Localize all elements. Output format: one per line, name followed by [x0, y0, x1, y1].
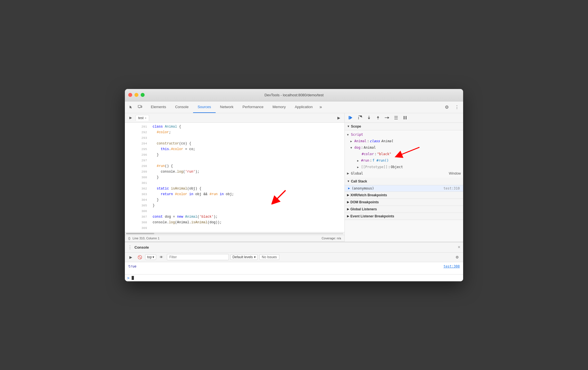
- console-header: ⋮ Console ×: [125, 242, 463, 253]
- deactivate-breakpoints[interactable]: [392, 114, 400, 122]
- xhr-fetch-section[interactable]: ▶ XHR/fetch Breakpoints: [345, 192, 463, 199]
- console-settings-icon[interactable]: ⚙: [454, 253, 461, 261]
- call-stack-item-anonymous[interactable]: ▶ (anonymous) test:310: [345, 185, 463, 191]
- color-value: "black": [377, 151, 392, 157]
- global-row[interactable]: ▶ Global Window: [345, 170, 463, 177]
- animal-item[interactable]: ▶ Animal : class Animal: [345, 138, 463, 144]
- tab-sources[interactable]: Sources: [193, 101, 216, 113]
- console-run-icon[interactable]: ▶: [127, 253, 134, 261]
- tab-network[interactable]: Network: [216, 101, 238, 113]
- status-bar: {} Line 310, Column 1 Coverage: n/a: [125, 235, 344, 242]
- levels-dropdown-icon: ▾: [254, 255, 256, 259]
- file-tab-close[interactable]: ×: [145, 116, 146, 120]
- more-tabs-button[interactable]: »: [317, 101, 324, 113]
- cursor-icon-status: {}: [128, 237, 130, 240]
- levels-label: Default levels: [233, 255, 253, 259]
- tab-application[interactable]: Application: [290, 101, 317, 113]
- tab-console[interactable]: Console: [171, 101, 193, 113]
- global-listeners-section[interactable]: ▶ Global Listeners: [345, 206, 463, 213]
- pause-on-exceptions[interactable]: [401, 114, 409, 122]
- console-cursor: [132, 276, 134, 280]
- filter-input[interactable]: [167, 254, 229, 260]
- tab-elements[interactable]: Elements: [146, 101, 171, 113]
- console-title: Console: [134, 245, 149, 249]
- call-stack-label: Call Stack: [351, 179, 367, 183]
- code-scrollbar[interactable]: [125, 232, 344, 235]
- settings-icon[interactable]: ⚙: [443, 103, 451, 111]
- dog-item[interactable]: ▼ dog : Animal: [345, 144, 463, 151]
- tab-memory[interactable]: Memory: [268, 101, 290, 113]
- run-button[interactable]: ▶: [335, 114, 342, 121]
- animal-key: Animal: [354, 139, 366, 144]
- code-line-307: 307 const dog = new Animal('black');: [125, 214, 344, 220]
- run-script-icon[interactable]: ▶: [127, 114, 134, 121]
- code-line-295: 295 this.#color = co;: [125, 146, 344, 152]
- call-stack-section-header[interactable]: ▼ Call Stack: [345, 178, 463, 185]
- right-panel-content[interactable]: ▼ Scope ▼ Script ▶ Animal :: [345, 123, 463, 242]
- svg-rect-15: [404, 116, 404, 119]
- global-listeners-label: Global Listeners: [350, 207, 377, 211]
- console-output-row: true test:308: [128, 264, 460, 268]
- more-options-icon[interactable]: ⋮: [453, 103, 461, 111]
- devtools-window: DevTools - localhost:8080/demo/test Elem…: [125, 89, 463, 281]
- traffic-lights: [128, 93, 145, 97]
- svg-marker-9: [377, 116, 379, 118]
- device-icon[interactable]: [136, 103, 144, 111]
- console-block-icon[interactable]: 🚫: [136, 253, 143, 261]
- dom-label: DOM Breakpoints: [350, 200, 379, 204]
- code-line-291: 291 class Animal {: [125, 124, 344, 130]
- resume-button[interactable]: [347, 114, 355, 122]
- step-out-button[interactable]: [374, 114, 382, 122]
- cursor-icon[interactable]: [127, 103, 135, 111]
- color-key: #color: [362, 151, 374, 157]
- call-stack-arrow: ▼: [347, 180, 350, 183]
- code-line-304: 304 }: [125, 197, 344, 203]
- color-item[interactable]: #color : "black": [345, 151, 463, 157]
- file-tab-name: test: [138, 116, 143, 120]
- console-close-button[interactable]: ×: [458, 245, 460, 250]
- global-arrow: ▶: [347, 172, 350, 175]
- step-button[interactable]: [383, 114, 391, 122]
- code-line-306: 306: [125, 208, 344, 214]
- code-line-301: 301: [125, 180, 344, 186]
- global-value: Window: [449, 171, 461, 175]
- console-menu-icon[interactable]: ⋮: [128, 245, 132, 250]
- run-key: #run: [361, 158, 369, 163]
- proto-item[interactable]: ▶ [[Prototype]] : Object: [345, 164, 463, 170]
- levels-selector[interactable]: Default levels ▾: [231, 254, 258, 260]
- scrollbar-thumb[interactable]: [126, 233, 154, 234]
- console-output-link[interactable]: test:308: [443, 264, 460, 268]
- right-panel: ▼ Scope ▼ Script ▶ Animal :: [345, 113, 463, 242]
- console-input-row: >: [125, 274, 463, 281]
- scope-tree: ▼ Script ▶ Animal : class Animal: [345, 130, 463, 178]
- code-panel: ▶ test × ▶ 291 class Animal {: [125, 113, 345, 242]
- script-label: Script: [351, 132, 363, 137]
- eye-icon[interactable]: 👁: [158, 253, 165, 261]
- close-button[interactable]: [128, 93, 132, 97]
- no-issues-button[interactable]: No Issues: [259, 254, 279, 260]
- step-into-button[interactable]: [365, 114, 373, 122]
- tab-performance[interactable]: Performance: [238, 101, 268, 113]
- step-over-button[interactable]: [356, 114, 364, 122]
- code-editor[interactable]: 291 class Animal { 292 #color; 293: [125, 123, 344, 232]
- code-line-293: 293: [125, 135, 344, 141]
- file-tab[interactable]: test ×: [136, 115, 149, 121]
- scope-section-header[interactable]: ▼ Scope: [345, 123, 463, 130]
- maximize-button[interactable]: [141, 93, 145, 97]
- scrollbar-track[interactable]: [126, 233, 343, 234]
- code-line-298: 298 #run() {: [125, 163, 344, 169]
- console-output: true test:308: [125, 262, 463, 274]
- coverage-status: Coverage: n/a: [322, 237, 341, 240]
- scope-arrow: ▼: [347, 125, 350, 128]
- run-item[interactable]: ▶ #run : f #run(): [345, 157, 463, 164]
- main-area: ▶ test × ▶ 291 class Animal {: [125, 113, 463, 281]
- dom-breakpoints-section[interactable]: ▶ DOM Breakpoints: [345, 199, 463, 206]
- svg-rect-0: [138, 105, 141, 108]
- code-line-292: 292 #color;: [125, 130, 344, 135]
- minimize-button[interactable]: [134, 93, 138, 97]
- event-listener-section[interactable]: ▶ Event Listener Breakpoints: [345, 213, 463, 220]
- script-section[interactable]: ▼ Script: [345, 131, 463, 138]
- console-area: ⋮ Console × ▶ 🚫 top ▾ 👁 Default levels ▾: [125, 242, 463, 281]
- context-selector[interactable]: top ▾: [145, 254, 156, 260]
- proto-value: Object: [391, 164, 403, 170]
